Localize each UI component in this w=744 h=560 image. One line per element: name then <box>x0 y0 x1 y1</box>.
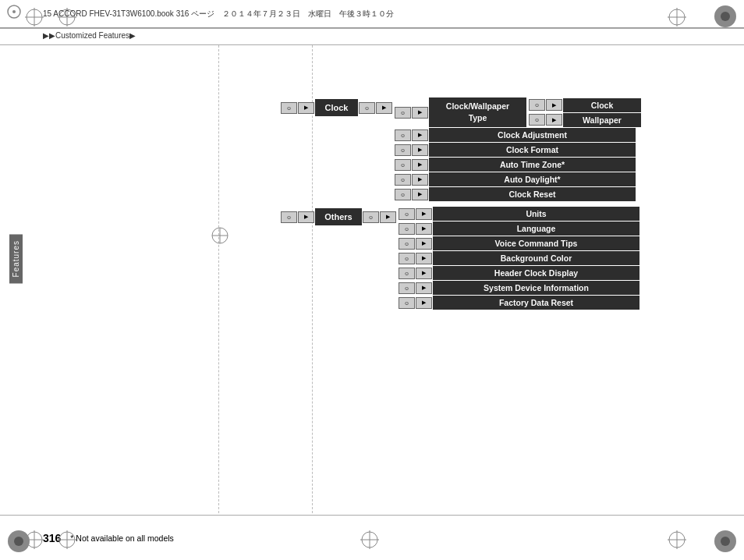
diagram-circle <box>211 226 229 245</box>
ci1-icon-1: ☺ <box>395 144 411 156</box>
cw-subitems: ☺ ▶ Clock ☺ ▶ Wallpaper <box>529 98 641 127</box>
clock-items-list: ☺ ▶ Clock Adjustment ☺ ▶ Clock Format ☺ … <box>395 128 641 202</box>
others-item-box-2: Voice Command Tips <box>433 236 639 250</box>
clock-item-2: ☺ ▶ Auto Time Zone* <box>395 158 641 172</box>
bottom-right-circle <box>713 529 738 554</box>
ci4-icon-1: ☺ <box>395 189 411 200</box>
svg-point-31 <box>721 537 730 546</box>
others-item-box-1: Language <box>433 222 639 236</box>
clock-label-text: Clock <box>325 103 349 112</box>
ci0-icon-2: ▶ <box>412 129 428 141</box>
ci0-icon-1: ☺ <box>395 129 411 141</box>
oi1-icon-1: ☺ <box>399 223 415 235</box>
others-node-row: ☺ ▶ Others ☺ ▶ <box>281 208 396 225</box>
top-bar-text: 15 ACCORD FHEV-31T3W6100.book 316 ページ ２０… <box>43 9 394 19</box>
diagram-area: ☺ ▶ Clock ☺ ▶ ☺ ▶ Clock/Wallpaper Type <box>281 97 641 310</box>
others-item-3: ☺ ▶ Background Color <box>399 251 639 265</box>
others-items-list: ☺ ▶ Units ☺ ▶ Language ☺ ▶ Voice Command… <box>399 207 639 310</box>
others-item-box-5: System Device Information <box>433 281 639 295</box>
oi6-icon-1: ☺ <box>399 297 415 309</box>
cs-icon-1: ☺ <box>529 99 545 111</box>
others-icon-4: ▶ <box>380 211 396 223</box>
oi6-icon-2: ▶ <box>416 297 432 309</box>
ws-icon-1: ☺ <box>529 114 545 126</box>
others-item-4: ☺ ▶ Header Clock Display <box>399 266 639 280</box>
oi3-icon-2: ▶ <box>416 253 432 264</box>
clock-icon-3: ☺ <box>359 102 375 114</box>
clock-wallpaper-row: ☺ ▶ Clock/Wallpaper Type ☺ ▶ Clock <box>395 97 641 127</box>
side-label: Features <box>9 234 23 283</box>
oi5-icon-2: ▶ <box>416 282 432 294</box>
others-item-1: ☺ ▶ Language <box>399 222 639 236</box>
bottom-left-circle <box>6 529 31 554</box>
ws-icon-2: ▶ <box>546 114 562 126</box>
bottom-center-crosshair <box>359 529 381 551</box>
clock-item-box-4: Clock Reset <box>429 187 636 201</box>
others-label-box: Others <box>315 208 362 225</box>
clock-node-row: ☺ ▶ Clock ☺ ▶ <box>281 99 392 116</box>
clock-item-box-3: Auto Daylight* <box>429 172 636 186</box>
ci2-icon-1: ☺ <box>395 159 411 171</box>
oi4-icon-2: ▶ <box>416 268 432 279</box>
oi4-icon-1: ☺ <box>399 268 415 279</box>
cs-icon-2: ▶ <box>546 99 562 111</box>
ci3-icon-2: ▶ <box>412 174 428 186</box>
svg-point-23 <box>14 537 23 546</box>
clock-sub-box: Clock <box>563 98 641 112</box>
ci3-icon-1: ☺ <box>395 174 411 186</box>
ci4-icon-2: ▶ <box>412 189 428 200</box>
others-label-text: Others <box>324 212 352 222</box>
oi0-icon-1: ☺ <box>399 208 415 220</box>
others-group: ☺ ▶ Others ☺ ▶ ☺ ▶ Units ☺ ▶ Language <box>281 207 641 310</box>
others-item-box-6: Factory Data Reset <box>433 296 639 310</box>
clock-group: ☺ ▶ Clock ☺ ▶ ☺ ▶ Clock/Wallpaper Type <box>281 97 641 202</box>
clock-item-box-2: Auto Time Zone* <box>429 158 636 172</box>
top-bar: 15 ACCORD FHEV-31T3W6100.book 316 ページ ２０… <box>0 0 744 28</box>
others-item-5: ☺ ▶ System Device Information <box>399 281 639 295</box>
breadcrumb-divider <box>0 44 744 45</box>
clock-wallpaper-type-box: Clock/Wallpaper Type <box>429 97 526 127</box>
clock-icon-1: ☺ <box>281 102 297 114</box>
wallpaper-sub-box: Wallpaper <box>563 113 641 127</box>
ci1-icon-2: ▶ <box>412 144 428 156</box>
others-item-0: ☺ ▶ Units <box>399 207 639 221</box>
clock-item-box-0: Clock Adjustment <box>429 128 636 142</box>
clock-icon-4: ▶ <box>376 102 392 114</box>
clock-item-3: ☺ ▶ Auto Daylight* <box>395 172 641 186</box>
oi3-icon-1: ☺ <box>399 253 415 264</box>
bottom-second-crosshair <box>56 529 78 551</box>
cw-icon-1: ☺ <box>395 107 411 119</box>
clock-item-4: ☺ ▶ Clock Reset <box>395 187 641 201</box>
others-item-box-3: Background Color <box>433 251 639 265</box>
others-item-2: ☺ ▶ Voice Command Tips <box>399 236 639 250</box>
breadcrumb: ▶▶Customized Features▶ <box>43 31 136 40</box>
top-divider <box>0 28 744 29</box>
breadcrumb-label: ▶▶Customized Features▶ <box>43 31 136 40</box>
oi5-icon-1: ☺ <box>399 282 415 294</box>
footnote: * Not available on all models <box>70 533 174 543</box>
wallpaper-sub-row: ☺ ▶ Wallpaper <box>529 113 641 127</box>
vline-1 <box>218 45 219 513</box>
cw-icon-2: ▶ <box>412 107 428 119</box>
oi2-icon-1: ☺ <box>399 238 415 250</box>
others-icon-3: ☺ <box>363 211 379 223</box>
others-item-box-0: Units <box>433 207 639 221</box>
bottom-right-crosshair <box>666 529 688 551</box>
others-icon-1: ☺ <box>281 211 297 223</box>
others-icon-2: ▶ <box>298 211 314 223</box>
oi2-icon-2: ▶ <box>416 238 432 250</box>
oi0-icon-2: ▶ <box>416 208 432 220</box>
ci2-icon-2: ▶ <box>412 159 428 171</box>
clock-item-1: ☺ ▶ Clock Format <box>395 143 641 157</box>
clock-right-items: ☺ ▶ Clock/Wallpaper Type ☺ ▶ Clock <box>395 97 641 202</box>
clock-item-box-1: Clock Format <box>429 143 636 157</box>
others-item-6: ☺ ▶ Factory Data Reset <box>399 296 639 310</box>
clock-icon-2: ▶ <box>298 102 314 114</box>
clock-item-0: ☺ ▶ Clock Adjustment <box>395 128 641 142</box>
oi1-icon-2: ▶ <box>416 223 432 235</box>
clock-label-box: Clock <box>315 99 358 116</box>
others-item-box-4: Header Clock Display <box>433 266 639 280</box>
clock-sub-row: ☺ ▶ Clock <box>529 98 641 112</box>
